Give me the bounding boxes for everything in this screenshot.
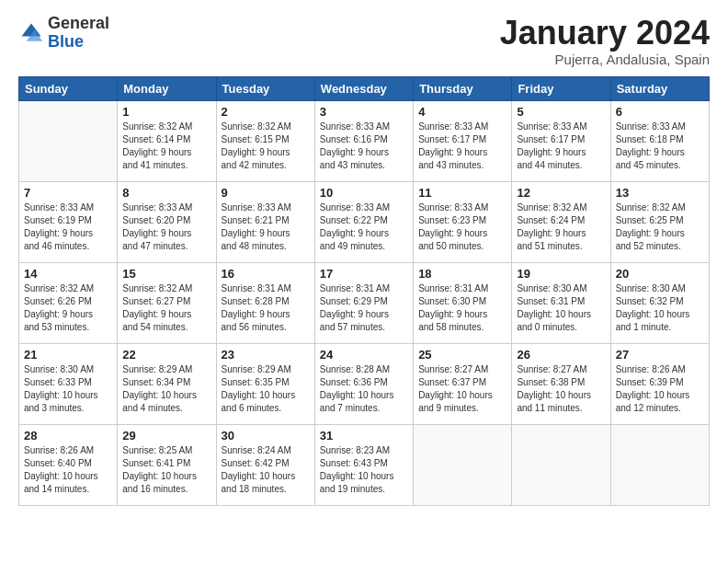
day-info: Sunrise: 8:32 AM Sunset: 6:15 PM Dayligh… — [222, 121, 310, 172]
calendar-cell: 8Sunrise: 8:33 AM Sunset: 6:20 PM Daylig… — [118, 181, 216, 262]
calendar-cell: 12Sunrise: 8:32 AM Sunset: 6:24 PM Dayli… — [512, 181, 610, 262]
day-number: 7 — [24, 186, 112, 200]
day-info: Sunrise: 8:30 AM Sunset: 6:33 PM Dayligh… — [24, 363, 112, 415]
calendar-cell: 9Sunrise: 8:33 AM Sunset: 6:21 PM Daylig… — [216, 181, 314, 262]
day-info: Sunrise: 8:23 AM Sunset: 6:43 PM Dayligh… — [320, 444, 408, 496]
day-info: Sunrise: 8:33 AM Sunset: 6:17 PM Dayligh… — [517, 121, 605, 172]
day-number: 10 — [320, 186, 408, 200]
day-number: 3 — [320, 105, 408, 119]
calendar-cell: 2Sunrise: 8:32 AM Sunset: 6:15 PM Daylig… — [216, 100, 314, 181]
day-number: 12 — [517, 186, 605, 200]
day-info: Sunrise: 8:33 AM Sunset: 6:20 PM Dayligh… — [122, 201, 210, 253]
day-number: 29 — [122, 429, 210, 442]
header-saturday: Saturday — [610, 76, 709, 100]
day-info: Sunrise: 8:33 AM Sunset: 6:16 PM Dayligh… — [320, 121, 408, 172]
day-info: Sunrise: 8:31 AM Sunset: 6:28 PM Dayligh… — [222, 282, 310, 334]
calendar-cell — [19, 100, 118, 181]
calendar-cell: 7Sunrise: 8:33 AM Sunset: 6:19 PM Daylig… — [19, 181, 118, 262]
day-info: Sunrise: 8:24 AM Sunset: 6:42 PM Dayligh… — [222, 444, 310, 496]
week-row-2: 14Sunrise: 8:32 AM Sunset: 6:26 PM Dayli… — [19, 262, 710, 343]
logo: General Blue — [18, 15, 109, 52]
logo-general-text: General — [48, 15, 109, 33]
calendar-cell: 17Sunrise: 8:31 AM Sunset: 6:29 PM Dayli… — [314, 262, 413, 343]
day-number: 11 — [418, 186, 506, 200]
day-info: Sunrise: 8:33 AM Sunset: 6:23 PM Dayligh… — [418, 201, 506, 253]
day-number: 23 — [222, 348, 310, 362]
logo-icon — [18, 20, 44, 46]
day-info: Sunrise: 8:32 AM Sunset: 6:25 PM Dayligh… — [616, 201, 704, 253]
day-info: Sunrise: 8:30 AM Sunset: 6:31 PM Dayligh… — [517, 282, 605, 334]
day-number: 2 — [222, 105, 310, 119]
day-number: 19 — [517, 267, 605, 281]
header-wednesday: Wednesday — [314, 76, 413, 100]
week-row-3: 21Sunrise: 8:30 AM Sunset: 6:33 PM Dayli… — [19, 343, 710, 424]
calendar-cell: 20Sunrise: 8:30 AM Sunset: 6:32 PM Dayli… — [610, 262, 709, 343]
day-number: 1 — [122, 105, 210, 119]
calendar-cell: 5Sunrise: 8:33 AM Sunset: 6:17 PM Daylig… — [512, 100, 610, 181]
header-friday: Friday — [512, 76, 610, 100]
calendar-header-row: SundayMondayTuesdayWednesdayThursdayFrid… — [19, 76, 710, 100]
calendar-cell: 14Sunrise: 8:32 AM Sunset: 6:26 PM Dayli… — [19, 262, 118, 343]
calendar-cell: 11Sunrise: 8:33 AM Sunset: 6:23 PM Dayli… — [414, 181, 512, 262]
day-info: Sunrise: 8:30 AM Sunset: 6:32 PM Dayligh… — [616, 282, 704, 334]
calendar-cell: 31Sunrise: 8:23 AM Sunset: 6:43 PM Dayli… — [314, 424, 413, 505]
calendar-cell: 16Sunrise: 8:31 AM Sunset: 6:28 PM Dayli… — [216, 262, 314, 343]
day-number: 16 — [222, 267, 310, 281]
day-info: Sunrise: 8:25 AM Sunset: 6:41 PM Dayligh… — [122, 444, 210, 496]
calendar-cell — [512, 424, 610, 505]
calendar-cell: 30Sunrise: 8:24 AM Sunset: 6:42 PM Dayli… — [216, 424, 314, 505]
day-number: 8 — [122, 186, 210, 200]
day-info: Sunrise: 8:33 AM Sunset: 6:22 PM Dayligh… — [320, 201, 408, 253]
day-info: Sunrise: 8:31 AM Sunset: 6:30 PM Dayligh… — [418, 282, 506, 334]
day-number: 13 — [616, 186, 704, 200]
calendar-cell: 15Sunrise: 8:32 AM Sunset: 6:27 PM Dayli… — [118, 262, 216, 343]
header-tuesday: Tuesday — [216, 76, 314, 100]
day-number: 22 — [122, 348, 210, 362]
calendar-cell: 23Sunrise: 8:29 AM Sunset: 6:35 PM Dayli… — [216, 343, 314, 424]
location-subtitle: Pujerra, Andalusia, Spain — [500, 52, 710, 67]
day-info: Sunrise: 8:32 AM Sunset: 6:24 PM Dayligh… — [517, 201, 605, 253]
day-info: Sunrise: 8:33 AM Sunset: 6:21 PM Dayligh… — [222, 201, 310, 253]
calendar-cell: 4Sunrise: 8:33 AM Sunset: 6:17 PM Daylig… — [414, 100, 512, 181]
calendar-cell: 29Sunrise: 8:25 AM Sunset: 6:41 PM Dayli… — [118, 424, 216, 505]
calendar-cell: 10Sunrise: 8:33 AM Sunset: 6:22 PM Dayli… — [314, 181, 413, 262]
day-number: 27 — [616, 348, 704, 362]
day-number: 30 — [222, 429, 310, 442]
day-info: Sunrise: 8:32 AM Sunset: 6:14 PM Dayligh… — [122, 121, 210, 172]
logo-text: General Blue — [48, 15, 109, 52]
day-number: 4 — [418, 105, 506, 119]
calendar-cell: 3Sunrise: 8:33 AM Sunset: 6:16 PM Daylig… — [314, 100, 413, 181]
page: General Blue January 2024 Pujerra, Andal… — [0, 0, 728, 515]
day-number: 14 — [24, 267, 112, 281]
calendar-cell: 25Sunrise: 8:27 AM Sunset: 6:37 PM Dayli… — [414, 343, 512, 424]
calendar-cell: 27Sunrise: 8:26 AM Sunset: 6:39 PM Dayli… — [610, 343, 709, 424]
week-row-4: 28Sunrise: 8:26 AM Sunset: 6:40 PM Dayli… — [19, 424, 710, 505]
calendar-table: SundayMondayTuesdayWednesdayThursdayFrid… — [18, 76, 710, 506]
week-row-1: 7Sunrise: 8:33 AM Sunset: 6:19 PM Daylig… — [19, 181, 710, 262]
day-number: 31 — [320, 429, 408, 442]
calendar-cell — [610, 424, 709, 505]
day-number: 17 — [320, 267, 408, 281]
day-info: Sunrise: 8:32 AM Sunset: 6:27 PM Dayligh… — [122, 282, 210, 334]
month-title: January 2024 — [500, 15, 710, 52]
day-info: Sunrise: 8:29 AM Sunset: 6:34 PM Dayligh… — [122, 363, 210, 415]
day-info: Sunrise: 8:26 AM Sunset: 6:39 PM Dayligh… — [616, 363, 704, 415]
header-thursday: Thursday — [414, 76, 512, 100]
day-number: 15 — [122, 267, 210, 281]
day-info: Sunrise: 8:29 AM Sunset: 6:35 PM Dayligh… — [222, 363, 310, 415]
day-info: Sunrise: 8:26 AM Sunset: 6:40 PM Dayligh… — [24, 444, 112, 496]
calendar-cell: 28Sunrise: 8:26 AM Sunset: 6:40 PM Dayli… — [19, 424, 118, 505]
day-number: 28 — [24, 429, 112, 442]
header-monday: Monday — [118, 76, 216, 100]
day-info: Sunrise: 8:27 AM Sunset: 6:38 PM Dayligh… — [517, 363, 605, 415]
calendar-cell: 24Sunrise: 8:28 AM Sunset: 6:36 PM Dayli… — [314, 343, 413, 424]
day-number: 26 — [517, 348, 605, 362]
calendar-cell: 1Sunrise: 8:32 AM Sunset: 6:14 PM Daylig… — [118, 100, 216, 181]
day-info: Sunrise: 8:32 AM Sunset: 6:26 PM Dayligh… — [24, 282, 112, 334]
day-number: 18 — [418, 267, 506, 281]
header: General Blue January 2024 Pujerra, Andal… — [18, 15, 710, 67]
day-number: 25 — [418, 348, 506, 362]
calendar-cell: 22Sunrise: 8:29 AM Sunset: 6:34 PM Dayli… — [118, 343, 216, 424]
day-number: 20 — [616, 267, 704, 281]
calendar-cell: 26Sunrise: 8:27 AM Sunset: 6:38 PM Dayli… — [512, 343, 610, 424]
